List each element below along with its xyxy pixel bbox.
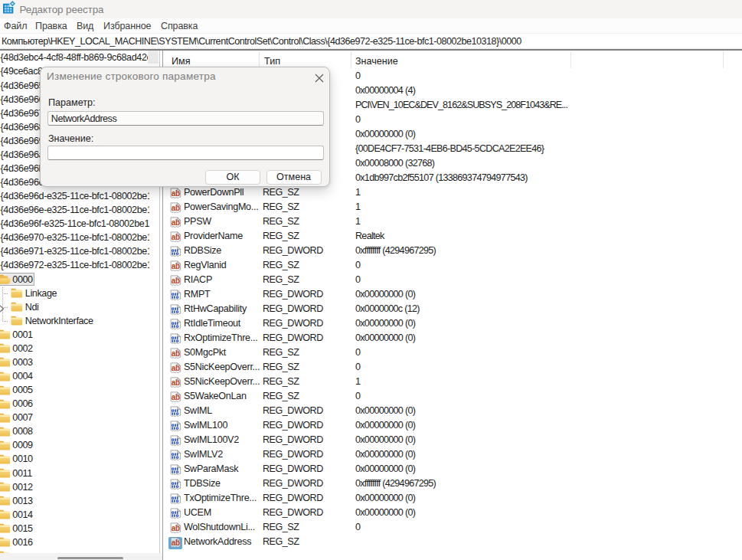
svg-text:ab: ab: [171, 277, 179, 285]
svg-text:ab: ab: [171, 218, 179, 227]
svg-text:ab: ab: [171, 378, 179, 387]
svg-text:ab: ab: [171, 233, 179, 241]
svg-text:ab: ab: [171, 262, 179, 270]
svg-text:ab: ab: [171, 524, 179, 532]
svg-text:ab: ab: [171, 393, 179, 401]
svg-text:ab: ab: [171, 539, 179, 547]
svg-text:ab: ab: [171, 364, 179, 372]
svg-text:ab: ab: [171, 349, 179, 358]
svg-text:ab: ab: [171, 204, 179, 212]
svg-text:ab: ab: [171, 189, 179, 198]
